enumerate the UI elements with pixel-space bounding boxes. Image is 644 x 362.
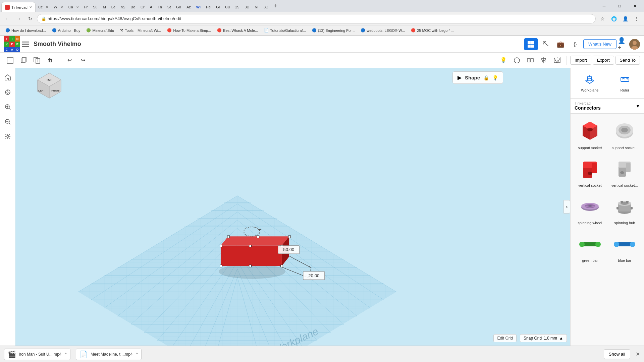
import-button[interactable]: Import — [570, 56, 591, 65]
tab-item[interactable]: A — [147, 2, 155, 12]
shape-item-support-socket-red[interactable]: support socket — [573, 116, 607, 153]
translate-button[interactable]: 🌐 — [609, 14, 619, 23]
snap-grid-control[interactable]: Snap Grid 1.0 mm ▲ — [520, 334, 567, 342]
tab-item[interactable]: Az — [184, 2, 194, 12]
canvas-area[interactable]: TOP LEFT FRONT — [15, 68, 570, 346]
undo-button[interactable]: ↩ — [63, 54, 75, 66]
tinkercad-logo[interactable]: T I N K E R C A D — [4, 36, 20, 52]
shape-item-support-socket-gray[interactable]: support socke... — [608, 116, 642, 153]
close-downloads-button[interactable]: ✕ — [636, 351, 640, 357]
tab-item[interactable]: Gl — [213, 2, 222, 12]
group-tool-button[interactable] — [524, 54, 536, 66]
new-shape-button[interactable] — [4, 54, 16, 66]
close-button[interactable]: ✕ — [627, 0, 643, 12]
forward-button[interactable]: → — [14, 14, 23, 23]
delete-button[interactable]: 🗑 — [44, 54, 56, 66]
tab-item[interactable]: Th — [155, 2, 165, 12]
bookmark-item[interactable]: 🔵 wedobots: LEGO® W... — [358, 27, 408, 33]
tab-item[interactable]: Wi — [194, 2, 203, 12]
tab-item[interactable]: Ca ✕ — [66, 2, 82, 12]
add-user-button[interactable]: 👤+ — [618, 40, 627, 49]
tab-item[interactable]: Le — [109, 2, 118, 12]
shape-item-blue-bar[interactable]: blue bar — [608, 229, 642, 265]
tab-close-btn[interactable]: ✕ — [29, 5, 32, 9]
tab-item[interactable]: 25 — [232, 2, 242, 12]
grid-view-button[interactable] — [524, 38, 538, 50]
settings-button[interactable]: ⋮ — [632, 14, 641, 23]
suitcase-button[interactable]: 💼 — [554, 38, 567, 50]
export-button[interactable]: Export — [593, 56, 614, 65]
shape-item-green-bar[interactable]: green bar — [573, 229, 607, 265]
home-view-button[interactable] — [2, 71, 14, 83]
whats-new-button[interactable]: What's New — [583, 39, 616, 49]
maximize-button[interactable]: □ — [612, 0, 627, 12]
view-settings-button[interactable] — [2, 130, 14, 142]
new-tab-button[interactable]: + — [271, 1, 280, 11]
tab-item[interactable]: nS — [118, 2, 128, 12]
tab-item[interactable]: Ni — [252, 2, 261, 12]
download-expand-button[interactable]: ^ — [65, 352, 67, 357]
bookmark-item[interactable]: 🔵 (13) Engineering For... — [309, 27, 357, 33]
tab-item[interactable]: M — [100, 2, 109, 12]
shape-item-vertical-socket-gray[interactable]: vertical socket... — [608, 154, 642, 190]
back-button[interactable]: ← — [3, 14, 12, 23]
tab-item[interactable]: Su — [90, 2, 100, 12]
ruler-button[interactable]: Ruler — [609, 71, 641, 95]
bookmark-icon: ⚒ — [120, 28, 123, 33]
bookmark-item[interactable]: 🔴 25 MOC with Lego 4... — [408, 27, 456, 33]
user-profile-button[interactable]: 👤 — [621, 14, 630, 23]
panel-category-dropdown[interactable]: Tinkercad Connectors ▼ — [571, 99, 644, 114]
tab-item[interactable]: Cu — [222, 2, 232, 12]
tab-item[interactable]: Cr — [138, 2, 147, 12]
bookmark-item[interactable]: 🔵 How do I download... — [3, 27, 49, 33]
shape-item-spinning-wheel[interactable]: spinning wheel — [573, 191, 607, 228]
svg-marker-94 — [221, 236, 289, 246]
bookmark-star[interactable]: ☆ — [598, 14, 607, 23]
duplicate-button[interactable] — [31, 54, 43, 66]
mirror-tool-button[interactable] — [551, 54, 563, 66]
tab-item[interactable]: St — [165, 2, 173, 12]
copy-button[interactable] — [17, 54, 30, 66]
bookmark-item[interactable]: 🟢 MinecraftEdu — [84, 27, 117, 33]
tab-item[interactable]: W ✕ — [51, 2, 65, 12]
workplane-button[interactable]: Workplane — [574, 71, 606, 95]
bookmark-item[interactable]: 📄 Tutorials/Galacticraf... — [261, 27, 309, 33]
download-expand-button[interactable]: ^ — [136, 352, 138, 357]
avatar[interactable] — [629, 39, 640, 50]
collapse-panel-button[interactable]: › — [564, 200, 570, 214]
send-to-button[interactable]: Send To — [615, 56, 640, 65]
hamburger-menu[interactable] — [20, 39, 31, 50]
view-cube[interactable]: TOP LEFT FRONT — [34, 71, 61, 98]
build-view-button[interactable]: ⛏ — [539, 38, 552, 50]
zoom-out-button[interactable] — [2, 116, 14, 128]
zoom-in-button[interactable] — [2, 101, 14, 113]
tab-item[interactable]: He — [203, 2, 213, 12]
active-tab[interactable]: Tinkercad ✕ — [1, 2, 36, 12]
refresh-button[interactable]: ↻ — [25, 14, 35, 23]
bookmark-item[interactable]: 🔴 How To Make a Simp... — [164, 27, 214, 33]
align-tool-button[interactable] — [538, 54, 550, 66]
minimize-button[interactable]: ─ — [596, 0, 612, 12]
redo-button[interactable]: ↪ — [77, 54, 89, 66]
tab-item[interactable]: Cc ✕ — [36, 2, 51, 12]
shape-panel[interactable]: ▶ Shape 🔒 💡 — [452, 71, 503, 84]
shape-item-spinning-hub[interactable]: spinning hub — [608, 191, 642, 228]
shape-tool-button[interactable] — [511, 54, 523, 66]
code-button[interactable]: {} — [569, 38, 582, 50]
edit-grid-button[interactable]: Edit Grid — [493, 334, 517, 342]
tab-item[interactable]: 3D — [242, 2, 252, 12]
tab-item[interactable]: Be — [128, 2, 138, 12]
url-input[interactable]: 🔒 https://www.tinkercad.com/things/kA48A… — [37, 14, 596, 23]
tab-item[interactable]: Fr — [82, 2, 90, 12]
bookmark-item[interactable]: ⚒ Tools – Minecraft Wi... — [117, 27, 164, 33]
fit-view-button[interactable] — [2, 86, 14, 98]
tab-item[interactable]: 3D — [261, 2, 271, 12]
show-all-button[interactable]: Show all — [604, 349, 630, 359]
shape-item-vertical-socket-red[interactable]: vertical socket — [573, 154, 607, 190]
bookmark-item[interactable]: 🔵 Arduino - Buy — [49, 27, 83, 33]
dropdown-chevron-icon[interactable]: ▼ — [636, 104, 640, 109]
light-tool-button[interactable]: 💡 — [497, 54, 509, 66]
bookmark-item[interactable]: 🔴 Best Whack A Mole... — [214, 27, 261, 33]
tab-item[interactable]: Go — [173, 2, 184, 12]
snap-grid-chevron[interactable]: ▲ — [559, 336, 563, 341]
